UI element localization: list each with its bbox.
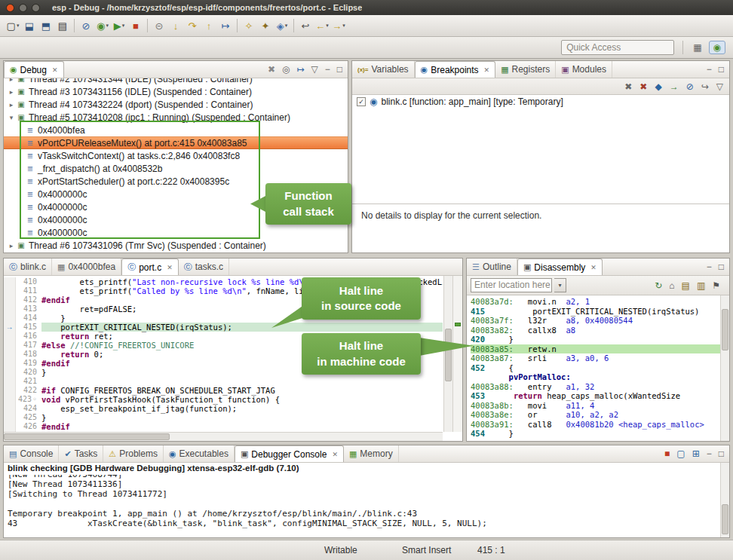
toolbar-run-button[interactable]: ▶▾ xyxy=(111,17,127,34)
show-opcodes-icon[interactable]: ▤ xyxy=(680,280,692,291)
editor-tab-blink-c[interactable]: ⓒblink.c xyxy=(4,259,52,275)
asm-line[interactable]: 453 return heap_caps_malloc(xWantedSize xyxy=(471,391,720,401)
console-output[interactable]: [New Thread 1073468744][New Thread 10734… xyxy=(4,475,720,536)
minimize-icon[interactable]: − xyxy=(705,64,713,75)
editor-ruler-line[interactable] xyxy=(4,386,15,395)
expander-icon[interactable]: ▸ xyxy=(7,101,16,109)
go-to-pc-icon[interactable]: ⌂ xyxy=(667,280,676,291)
expander-icon[interactable]: ▾ xyxy=(7,114,16,121)
fold-marker-icon[interactable]: ◦ xyxy=(32,395,37,403)
editor-ruler-line[interactable] xyxy=(4,359,15,368)
terminate-icon[interactable]: ■ xyxy=(663,448,671,459)
close-icon[interactable]: ✕ xyxy=(484,66,490,74)
line-number-ruler[interactable]: 4104114124134144154164174184194204214224… xyxy=(17,277,39,431)
toolbar-back-button[interactable]: ←▾ xyxy=(314,17,330,34)
breakpoint-item[interactable]: ✓◉blink.c [function: app_main] [type: Te… xyxy=(352,95,729,109)
code-line[interactable]: #if CONFIG_FREERTOS_BREAK_ON_SCHEDULER_S… xyxy=(41,386,443,395)
editor-ruler-line[interactable] xyxy=(4,341,15,350)
editor-ruler-line[interactable] xyxy=(4,368,15,377)
toolbar-search-button[interactable]: ✦ xyxy=(257,17,274,34)
show-breakpoints-supported-icon[interactable]: ◆ xyxy=(653,81,663,92)
asm-line[interactable]: 420 } xyxy=(471,335,720,344)
editor-ruler-line[interactable] xyxy=(4,395,15,404)
step-filters-icon[interactable]: ↦ xyxy=(295,64,305,75)
toolbar-save-all-button[interactable]: ⬒ xyxy=(38,17,54,34)
editor-vertical-scrollbar[interactable] xyxy=(443,276,452,432)
asm-line[interactable]: 40083a88: entry a1, 32 xyxy=(471,382,720,392)
console-tab-console[interactable]: ▤Console xyxy=(4,445,59,462)
asm-line[interactable]: 40083a91: call8 0x40081b20 <heap_caps_ma… xyxy=(471,420,720,430)
annotation-ruler[interactable]: → xyxy=(4,277,16,432)
code-line[interactable]: portEXIT_CRITICAL_NESTED(irqStatus); xyxy=(41,323,443,332)
expander-icon[interactable]: ▸ xyxy=(7,78,16,83)
skip-all-breakpoints-icon[interactable]: ⊘ xyxy=(685,81,695,92)
code-line[interactable] xyxy=(41,377,443,386)
minimize-icon[interactable]: − xyxy=(705,448,713,459)
editor-tab-tasks-c[interactable]: ⓒtasks.c xyxy=(179,259,229,275)
toolbar-print-button[interactable]: ▤ xyxy=(54,17,71,34)
breakpoint-checkbox[interactable]: ✓ xyxy=(357,97,366,106)
view-menu-icon[interactable]: ▽ xyxy=(310,64,320,75)
toolbar-save-button[interactable]: ⬓ xyxy=(21,17,38,34)
thread-row[interactable]: ▸▣Thread #3 1073431156 (IDLE) (Suspended… xyxy=(4,85,348,98)
minimize-icon[interactable]: − xyxy=(705,262,713,272)
editor-ruler-line[interactable] xyxy=(4,286,15,295)
view-menu-icon[interactable]: ▽ xyxy=(715,81,725,92)
editor-ruler-line[interactable] xyxy=(4,350,15,359)
window-maximize-button[interactable] xyxy=(32,4,40,12)
right-tab-outline[interactable]: ☰Outline xyxy=(467,259,517,275)
remove-all-terminated-icon[interactable]: ✖ xyxy=(266,64,277,75)
toolbar-instruction-stepping-button[interactable]: ↦ xyxy=(217,17,234,34)
toolbar-skip-all-breakpoints-button[interactable]: ⊘ xyxy=(78,17,94,34)
editor-ruler-line[interactable]: → xyxy=(4,323,15,332)
maximize-icon[interactable]: □ xyxy=(717,262,725,272)
code-line[interactable]: } xyxy=(41,413,443,422)
top-right-tab-registers[interactable]: ▦Registers xyxy=(495,61,556,78)
toolbar-new-button[interactable]: ▢▾ xyxy=(5,17,21,34)
disassembly-scrollbar[interactable] xyxy=(720,295,729,441)
console-scrollbar[interactable] xyxy=(720,463,729,537)
asm-line[interactable]: 415 portEXIT_CRITICAL_NESTED(irqStatus) xyxy=(471,307,720,317)
go-to-file-for-breakpoint-icon[interactable]: → xyxy=(668,81,680,92)
console-tab-tasks[interactable]: ✔Tasks xyxy=(59,445,103,462)
asm-line[interactable]: 40083a85: retw.n xyxy=(471,344,720,354)
asm-line[interactable]: 40083a7f: l32r a8, 0x40080544 xyxy=(471,316,720,326)
editor-ruler-line[interactable] xyxy=(4,413,15,422)
editor-ruler-line[interactable] xyxy=(4,332,15,341)
close-icon[interactable]: ✕ xyxy=(52,66,58,74)
stack-frame-row[interactable]: ≣0x4000000c xyxy=(4,226,348,239)
code-line[interactable]: void vPortFirstTaskHook(TaskFunction_t f… xyxy=(41,395,443,404)
asm-line[interactable]: 452 { xyxy=(471,363,720,373)
toolbar-step-over-button[interactable]: ↷ xyxy=(184,17,201,34)
remove-all-breakpoints-icon[interactable]: ✖ xyxy=(638,81,649,92)
right-tab-disassembly[interactable]: ▣Disassembly✕ xyxy=(517,259,603,275)
thread-row[interactable]: ▸▣Thread #2 1073431344 (IDLE) (Suspended… xyxy=(4,78,348,85)
toolbar-forward-button[interactable]: →▾ xyxy=(330,17,347,34)
editor-ruler-line[interactable] xyxy=(4,295,15,304)
scrollbar-thumb[interactable] xyxy=(722,309,728,350)
top-right-tab-breakpoints[interactable]: ◉Breakpoints✕ xyxy=(415,61,496,78)
editor-tab-0x4000bfea[interactable]: ▦0x4000bfea xyxy=(52,259,121,275)
code-line[interactable]: esp_set_breakpoint_if_jtag(function); xyxy=(41,404,443,413)
asm-line[interactable]: 40083a8b: movi a11, 4 xyxy=(471,401,720,411)
thread-row[interactable]: ▾▣Thread #5 1073410208 (ipc1 : Running) … xyxy=(4,111,348,124)
stack-frame-row[interactable]: ≣_frxt_dispatch() at 0x4008532b xyxy=(4,162,348,175)
asm-line[interactable]: 40083a8e: or a10, a2, a2 xyxy=(471,410,720,420)
console-tab-executables[interactable]: ◉Executables xyxy=(164,445,235,462)
thread-row[interactable]: ▸▣Thread #6 1073431096 (Tmr Svc) (Suspen… xyxy=(4,239,348,252)
pin-view-icon[interactable]: ⚑ xyxy=(710,280,722,291)
top-right-tab-modules[interactable]: ▣Modules xyxy=(556,61,612,78)
expander-icon[interactable]: ▸ xyxy=(7,242,16,249)
asm-line[interactable]: 454 } xyxy=(471,429,720,439)
close-icon[interactable]: ✕ xyxy=(167,264,173,271)
code-line[interactable]: #endif xyxy=(41,422,443,431)
debug-tab-debug[interactable]: ◉Debug✕ xyxy=(4,61,64,78)
open-console-icon[interactable]: ⊞ xyxy=(691,448,701,459)
remove-selected-breakpoint-icon[interactable]: ✖ xyxy=(623,81,633,92)
debug-perspective-button[interactable]: ◉ xyxy=(709,41,725,54)
scrollbar-thumb[interactable] xyxy=(4,433,170,440)
close-icon[interactable]: ✕ xyxy=(332,451,338,458)
toolbar-step-return-button[interactable]: ↑ xyxy=(201,17,217,34)
location-input[interactable]: Enter location here xyxy=(471,278,552,292)
asm-line[interactable]: 40083a82: callx8 a8 xyxy=(471,326,720,335)
